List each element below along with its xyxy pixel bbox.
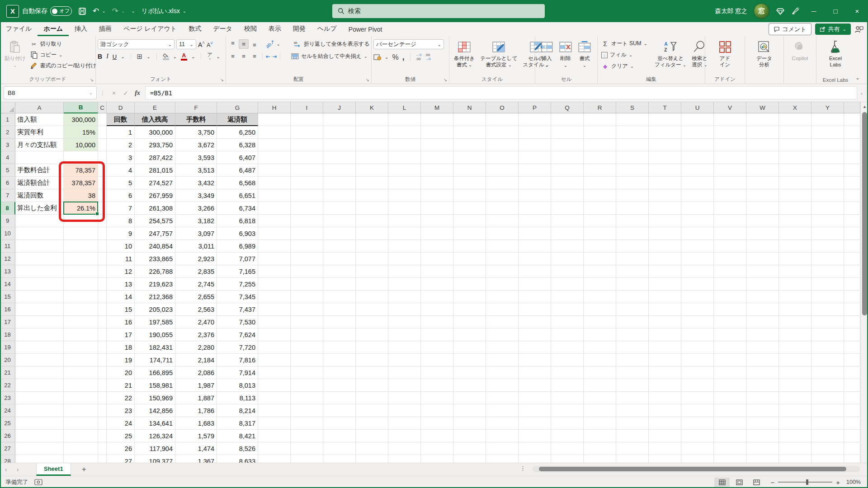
cell-O22[interactable] <box>486 379 519 392</box>
cell-V27[interactable] <box>714 442 746 455</box>
column-header-P[interactable]: P <box>519 102 551 113</box>
cell-V10[interactable] <box>714 227 746 240</box>
cell-D7[interactable]: 6 <box>107 189 135 202</box>
cell-P5[interactable] <box>519 164 551 177</box>
cell-P6[interactable] <box>519 177 551 189</box>
cell-Q16[interactable] <box>551 303 584 316</box>
cell-R17[interactable] <box>584 316 616 328</box>
cell-A27[interactable] <box>15 442 64 455</box>
cell-H28[interactable] <box>258 455 291 463</box>
cell-W3[interactable] <box>746 139 779 151</box>
share-button[interactable]: 共有 ⌄ <box>815 23 851 35</box>
cell-O26[interactable] <box>486 430 519 442</box>
cell-H16[interactable] <box>258 303 291 316</box>
column-header-Y[interactable]: Y <box>811 102 844 113</box>
cell-X22[interactable] <box>779 379 811 392</box>
conditional-formatting-button[interactable]: 条件付き 書式 ⌄ <box>451 38 477 70</box>
cell-R13[interactable] <box>584 265 616 278</box>
cell-L26[interactable] <box>388 430 421 442</box>
cell-U11[interactable] <box>681 240 714 253</box>
cell-G27[interactable]: 8,526 <box>217 442 258 455</box>
cell-F22[interactable]: 1,987 <box>175 379 217 392</box>
cell-K3[interactable] <box>356 139 388 151</box>
cell-C17[interactable] <box>98 316 107 328</box>
cell-O25[interactable] <box>486 417 519 430</box>
cell-Y11[interactable] <box>811 240 844 253</box>
cell-K10[interactable] <box>356 227 388 240</box>
row-header-9[interactable]: 9 <box>0 215 15 227</box>
cell-V3[interactable] <box>714 139 746 151</box>
cell-E14[interactable]: 219,623 <box>135 278 175 291</box>
cell-G24[interactable]: 8,214 <box>217 404 258 417</box>
cell-B12[interactable] <box>64 253 98 265</box>
cell-S22[interactable] <box>616 379 649 392</box>
cell-N14[interactable] <box>453 278 486 291</box>
cell-M18[interactable] <box>421 328 453 341</box>
align-right-button[interactable]: ≡ <box>250 52 259 61</box>
tab-review[interactable]: 校閲 <box>238 23 263 36</box>
cell-S6[interactable] <box>616 177 649 189</box>
cell-W12[interactable] <box>746 253 779 265</box>
cell-I3[interactable] <box>291 139 323 151</box>
quick-access-overflow[interactable]: ⌄ <box>131 9 135 14</box>
cell-H23[interactable] <box>258 392 291 404</box>
cell-partial16[interactable] <box>844 303 860 316</box>
cell-Y26[interactable] <box>811 430 844 442</box>
cell-D25[interactable]: 24 <box>107 417 135 430</box>
cell-L4[interactable] <box>388 151 421 164</box>
tab-page-layout[interactable]: ページ レイアウト <box>118 23 183 36</box>
cell-U15[interactable] <box>681 291 714 303</box>
cell-E11[interactable]: 240,854 <box>135 240 175 253</box>
cell-G25[interactable]: 8,317 <box>217 417 258 430</box>
cell-V9[interactable] <box>714 215 746 227</box>
cell-C21[interactable] <box>98 366 107 379</box>
cell-C24[interactable] <box>98 404 107 417</box>
cell-S23[interactable] <box>616 392 649 404</box>
cell-K26[interactable] <box>356 430 388 442</box>
cell-L10[interactable] <box>388 227 421 240</box>
cell-P3[interactable] <box>519 139 551 151</box>
cell-Y20[interactable] <box>811 354 844 366</box>
cell-T23[interactable] <box>649 392 681 404</box>
cell-D24[interactable]: 23 <box>107 404 135 417</box>
cell-Y9[interactable] <box>811 215 844 227</box>
cell-J22[interactable] <box>323 379 356 392</box>
cell-V18[interactable] <box>714 328 746 341</box>
cell-O20[interactable] <box>486 354 519 366</box>
cell-U23[interactable] <box>681 392 714 404</box>
column-header-B[interactable]: B <box>64 102 98 113</box>
cell-P10[interactable] <box>519 227 551 240</box>
row-header-20[interactable]: 20 <box>0 354 15 366</box>
cell-V13[interactable] <box>714 265 746 278</box>
cell-F24[interactable]: 1,786 <box>175 404 217 417</box>
cell-H9[interactable] <box>258 215 291 227</box>
row-header-15[interactable]: 15 <box>0 291 15 303</box>
excel-app-icon[interactable]: X <box>6 5 19 18</box>
cell-partial15[interactable] <box>844 291 860 303</box>
cell-B20[interactable] <box>64 354 98 366</box>
cell-Q19[interactable] <box>551 341 584 354</box>
cell-T17[interactable] <box>649 316 681 328</box>
cell-Y5[interactable] <box>811 164 844 177</box>
cell-V14[interactable] <box>714 278 746 291</box>
column-header-partial[interactable] <box>844 102 860 113</box>
cell-S19[interactable] <box>616 341 649 354</box>
column-header-O[interactable]: O <box>486 102 519 113</box>
cell-J25[interactable] <box>323 417 356 430</box>
cell-X21[interactable] <box>779 366 811 379</box>
cell-G20[interactable]: 7,816 <box>217 354 258 366</box>
cell-D26[interactable]: 25 <box>107 430 135 442</box>
cell-M28[interactable] <box>421 455 453 463</box>
bold-button[interactable]: B <box>98 53 102 60</box>
cell-M27[interactable] <box>421 442 453 455</box>
cell-W27[interactable] <box>746 442 779 455</box>
cell-partial19[interactable] <box>844 341 860 354</box>
cell-S28[interactable] <box>616 455 649 463</box>
cell-M22[interactable] <box>421 379 453 392</box>
cell-B15[interactable] <box>64 291 98 303</box>
cell-F10[interactable]: 3,097 <box>175 227 217 240</box>
cell-M9[interactable] <box>421 215 453 227</box>
cell-N20[interactable] <box>453 354 486 366</box>
cell-R15[interactable] <box>584 291 616 303</box>
cell-F6[interactable]: 3,432 <box>175 177 217 189</box>
